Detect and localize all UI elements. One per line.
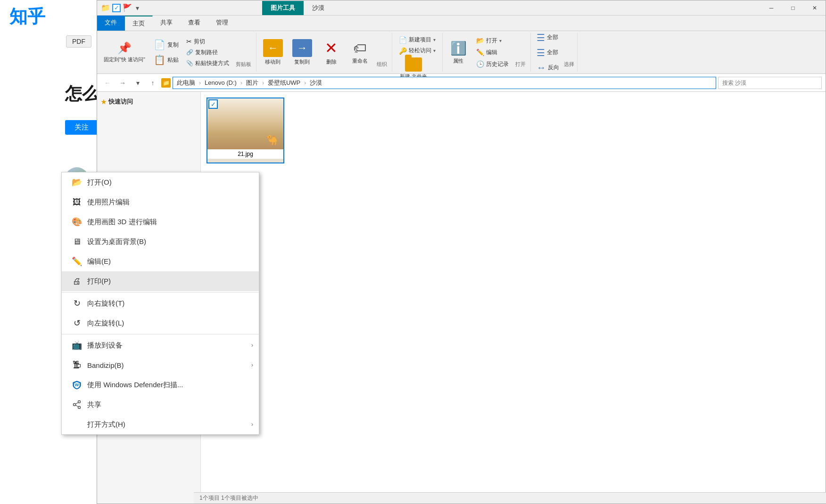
ribbon: 文件 主页 共享 查看 管理 📌 固定到"快 速访问" 📄 复制 bbox=[97, 16, 826, 74]
tab-manage[interactable]: 管理 bbox=[208, 16, 236, 31]
title-bar: 📁 ✓ 🚩 ▾ 图片工具 沙漠 ─ □ ✕ bbox=[97, 0, 826, 16]
forward-button[interactable]: → bbox=[116, 76, 129, 89]
address-bar: ← → ▾ ↑ 📁 此电脑 › Lenovo (D:) › 图片 › 爱壁纸UW… bbox=[97, 74, 826, 92]
back-button[interactable]: ← bbox=[101, 76, 114, 89]
tab-share[interactable]: 共享 bbox=[153, 16, 181, 31]
copy-to-button[interactable]: → 复制到 bbox=[289, 34, 316, 70]
move-to-button[interactable]: ← 移动到 bbox=[259, 34, 287, 70]
maximize-button[interactable]: □ bbox=[782, 0, 804, 16]
ctx-print-icon: 🖨 bbox=[71, 276, 83, 287]
edit-sub-label: 编辑 bbox=[486, 49, 497, 57]
paste-button[interactable]: 📋 粘贴 bbox=[151, 53, 182, 67]
status-text: 1个项目 1个项目被选中 bbox=[199, 494, 258, 502]
check-icon[interactable]: ✓ bbox=[112, 4, 121, 12]
breadcrumb-wallpaper: 爱壁纸UWP bbox=[268, 79, 300, 87]
edit-sub-button[interactable]: ✏️ 编辑 bbox=[473, 48, 512, 57]
paste-shortcut-button[interactable]: 📎 粘贴快捷方式 bbox=[183, 58, 232, 68]
up-button[interactable]: ↑ bbox=[146, 76, 159, 89]
select-all-button[interactable]: ☰ 全部 bbox=[534, 31, 562, 44]
paste-shortcut-label: 粘贴快捷方式 bbox=[195, 59, 229, 67]
history-button[interactable]: 🕒 历史记录 bbox=[473, 59, 512, 69]
file-checkbox[interactable]: ✓ bbox=[208, 99, 218, 109]
new-item-button[interactable]: 📄 新建项目 ▾ bbox=[396, 35, 438, 45]
rename-button[interactable]: 🏷 重命名 bbox=[347, 34, 373, 70]
file-item[interactable]: ✓ 🐪 21.jpg bbox=[206, 98, 284, 163]
ctx-cast-label: 播放到设备 bbox=[87, 341, 123, 350]
new-item-label: 新建项目 bbox=[409, 36, 431, 44]
flag-icon[interactable]: 🚩 bbox=[123, 3, 132, 13]
paste-label: 粘贴 bbox=[167, 56, 179, 64]
properties-button[interactable]: ℹ️ 属性 bbox=[446, 34, 471, 70]
thumbnail-image: 🐪 bbox=[207, 98, 283, 149]
quick-access-header[interactable]: ★ 快速访问 bbox=[97, 96, 200, 108]
minimize-button[interactable]: ─ bbox=[760, 0, 782, 16]
tab-picture-tools[interactable]: 图片工具 bbox=[262, 1, 304, 15]
rename-label: 重命名 bbox=[352, 57, 368, 65]
new-item-arrow: ▾ bbox=[433, 37, 436, 42]
ctx-photos-label: 使用照片编辑 bbox=[87, 198, 130, 207]
copy-label: 复制 bbox=[167, 41, 179, 49]
ctx-open-with-label: 打开方式(H) bbox=[87, 420, 125, 429]
ctx-rotate-left-icon: ↺ bbox=[71, 317, 83, 329]
pdf-button[interactable]: PDF bbox=[66, 35, 91, 48]
folder-icon[interactable]: 📁 bbox=[101, 3, 110, 13]
breadcrumb-pictures: 图片 bbox=[246, 79, 258, 87]
ctx-rotate-right-icon: ↻ bbox=[71, 298, 83, 309]
ribbon-tab-bar: 文件 主页 共享 查看 管理 bbox=[97, 16, 826, 31]
copy-button[interactable]: 📄 复制 bbox=[151, 38, 182, 52]
ctx-bandizip[interactable]: 🗜 Bandizip(B) › bbox=[62, 355, 259, 375]
ctx-cast[interactable]: 📺 播放到设备 › bbox=[62, 335, 259, 355]
ctx-share-label: 共享 bbox=[87, 400, 101, 409]
copy-path-button[interactable]: 🔗 复制路径 bbox=[183, 48, 232, 57]
clipboard-group: 📌 固定到"快 速访问" 📄 复制 📋 粘贴 ✂ bbox=[97, 33, 256, 72]
ctx-rotate-left-label: 向左旋转(L) bbox=[87, 319, 124, 328]
star-icon: ★ bbox=[101, 98, 107, 106]
new-group: 📄 新建项目 ▾ 🔑 轻松访问 ▾ 新建 文件夹 bbox=[392, 33, 443, 72]
file-thumbnail[interactable]: 🐪 21.jpg bbox=[206, 98, 284, 163]
ctx-defender-icon: W bbox=[71, 379, 83, 390]
copy-to-icon: → bbox=[292, 39, 312, 57]
nav-dropdown-button[interactable]: ▾ bbox=[131, 76, 144, 89]
ctx-edit[interactable]: ✏️ 编辑(E) bbox=[62, 252, 259, 271]
ctx-defender[interactable]: W 使用 Windows Defender扫描... bbox=[62, 375, 259, 395]
dropdown-arrow[interactable]: ▾ bbox=[136, 4, 139, 12]
breadcrumb-computer: 此电脑 bbox=[177, 79, 195, 87]
delete-button[interactable]: ✕ 删除 bbox=[318, 34, 345, 70]
ctx-paint3d[interactable]: 🎨 使用画图 3D 进行编辑 bbox=[62, 212, 259, 232]
ctx-rotate-left[interactable]: ↺ 向左旋转(L) bbox=[62, 313, 259, 333]
ctx-rotate-right-label: 向右旋转(T) bbox=[87, 299, 124, 308]
tab-home[interactable]: 主页 bbox=[125, 16, 153, 31]
invert-selection-button[interactable]: ↔ 反向 bbox=[534, 61, 562, 74]
tab-desert[interactable]: 沙漠 bbox=[304, 1, 333, 15]
cut-button[interactable]: ✂ 剪切 bbox=[183, 37, 232, 47]
copy-icon: 📄 bbox=[154, 39, 165, 50]
pin-button[interactable]: 📌 固定到"快 速访问" bbox=[100, 34, 149, 70]
organize-group: ← 移动到 → 复制到 ✕ 删除 🏷 重命名 组织 bbox=[256, 33, 392, 72]
deselect-all-button[interactable]: ☰ 全部 bbox=[534, 46, 562, 59]
svg-point-2 bbox=[74, 404, 76, 406]
address-field[interactable]: 此电脑 › Lenovo (D:) › 图片 › 爱壁纸UWP › 沙漠 bbox=[173, 77, 716, 89]
camel-icon: 🐪 bbox=[266, 134, 278, 146]
ctx-share[interactable]: 共享 bbox=[62, 395, 259, 415]
tab-view[interactable]: 查看 bbox=[181, 16, 208, 31]
follow-button[interactable]: 关注 bbox=[65, 120, 98, 135]
move-to-label: 移动到 bbox=[265, 58, 281, 65]
ribbon-content: 📌 固定到"快 速访问" 📄 复制 📋 粘贴 ✂ bbox=[97, 31, 826, 73]
tab-file[interactable]: 文件 bbox=[97, 16, 125, 31]
ctx-print[interactable]: 🖨 打印(P) bbox=[62, 271, 259, 291]
rename-icon: 🏷 bbox=[353, 41, 366, 56]
ctx-wallpaper[interactable]: 🖥 设置为桌面背景(B) bbox=[62, 232, 259, 252]
ctx-open-with[interactable]: 打开方式(H) › bbox=[62, 415, 259, 434]
file-area[interactable]: ✓ 🐪 21.jpg bbox=[201, 92, 826, 494]
select-group-label: 选择 bbox=[564, 61, 574, 68]
quick-access-label: 快速访问 bbox=[108, 98, 133, 106]
copy-path-label: 复制路径 bbox=[195, 49, 218, 57]
search-input[interactable] bbox=[718, 77, 822, 89]
close-button[interactable]: ✕ bbox=[804, 0, 826, 16]
ctx-photos-edit[interactable]: 🖼 使用照片编辑 bbox=[62, 192, 259, 212]
open-sub-button[interactable]: 📂 打开 ▾ bbox=[473, 36, 512, 46]
ctx-open[interactable]: 📂 打开(O) bbox=[62, 172, 259, 192]
ctx-rotate-right[interactable]: ↻ 向右旋转(T) bbox=[62, 293, 259, 313]
ctx-edit-label: 编辑(E) bbox=[87, 257, 111, 266]
easy-access-button[interactable]: 🔑 轻松访问 ▾ bbox=[396, 46, 438, 56]
